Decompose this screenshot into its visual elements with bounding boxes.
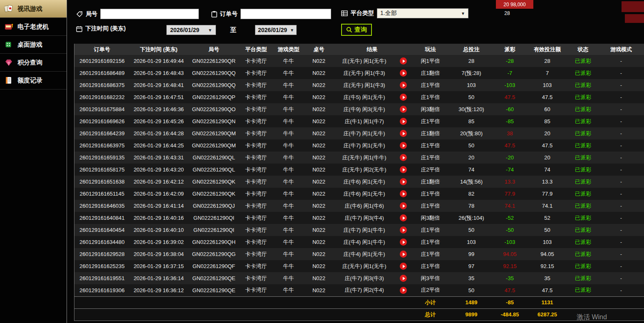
date-to-label: 至 bbox=[230, 26, 236, 34]
cell-result: 庄(牛7) 闲1(无牛) bbox=[333, 139, 396, 152]
cell-order-no: 260129161663975 bbox=[74, 139, 130, 152]
cell-round-no: GN022261290QI bbox=[188, 224, 240, 236]
cell-bet-time: 2026-01-29 16:44:25 bbox=[130, 139, 188, 152]
cell-status: 已派彩 bbox=[568, 79, 598, 91]
cell-game-type: 牛牛 bbox=[272, 115, 305, 127]
round-number-input[interactable] bbox=[100, 9, 199, 19]
cell-round-no: GN022261290QQ bbox=[188, 67, 240, 79]
cell-valid-bet: 60 bbox=[527, 103, 568, 115]
play-video-button[interactable] bbox=[400, 106, 407, 113]
play-video-button[interactable] bbox=[400, 70, 407, 77]
cell-play-type: 庄1平倍 bbox=[411, 152, 450, 164]
cell-payout: 38 bbox=[493, 127, 527, 139]
col-header-play-type: 玩法 bbox=[411, 44, 450, 55]
cell-result: 庄(牛6) 闲1(无牛) bbox=[333, 188, 396, 200]
cell-table-no: N022 bbox=[305, 152, 333, 164]
cell-table-no: N022 bbox=[305, 212, 333, 224]
play-video-button[interactable] bbox=[400, 82, 407, 89]
table-row: 260129161664239 2026-01-29 16:44:28 GN02… bbox=[74, 127, 644, 139]
play-video-button[interactable] bbox=[400, 263, 407, 270]
play-video-button[interactable] bbox=[400, 214, 407, 221]
cell-valid-bet: 77.9 bbox=[527, 188, 568, 200]
play-video-button[interactable] bbox=[400, 202, 407, 209]
date-from-value: 2026/01/29 bbox=[170, 27, 199, 33]
col-header-game-mode: 游戏模式 bbox=[598, 44, 644, 55]
cell-total-bet: 74 bbox=[450, 164, 493, 176]
play-video-button[interactable] bbox=[400, 190, 407, 197]
magnifier-icon bbox=[346, 27, 352, 33]
date-to-picker[interactable]: 2026/01/29 ▼ bbox=[255, 25, 297, 35]
play-video-button[interactable] bbox=[400, 166, 407, 173]
play-icon bbox=[403, 241, 405, 244]
sidebar-item-table-games[interactable]: 桌面游戏 bbox=[0, 36, 67, 54]
cell-table-no: N022 bbox=[305, 164, 333, 176]
cell-play bbox=[396, 260, 411, 272]
subtotal-blank bbox=[74, 296, 411, 308]
cell-bet-time: 2026-01-29 16:42:12 bbox=[130, 176, 188, 188]
cell-status: 已派彩 bbox=[568, 260, 598, 272]
play-video-button[interactable] bbox=[400, 130, 407, 137]
cell-result: 庄(牛1) 闲1(牛7) bbox=[333, 115, 396, 127]
cell-bet-time: 2026-01-29 16:37:15 bbox=[130, 260, 188, 272]
order-number-input[interactable] bbox=[240, 9, 331, 19]
cell-game-mode: - bbox=[598, 103, 644, 115]
sidebar-item-video-games[interactable]: 视讯游戏 bbox=[0, 0, 67, 18]
table-row: 260129161619306 2026-01-29 16:36:12 GN02… bbox=[74, 284, 644, 296]
cell-game-mode: - bbox=[598, 91, 644, 103]
sidebar-item-slot-machines[interactable]: 电子老虎机 bbox=[0, 18, 67, 36]
table-row: 260129161669626 2026-01-29 16:45:26 GN02… bbox=[74, 115, 644, 127]
play-video-button[interactable] bbox=[400, 251, 407, 258]
play-video-button[interactable] bbox=[400, 57, 407, 65]
cell-order-no: 260129161659135 bbox=[74, 152, 130, 164]
play-video-button[interactable] bbox=[400, 287, 407, 294]
play-video-button[interactable] bbox=[400, 239, 407, 246]
cell-table-no: N022 bbox=[305, 224, 333, 236]
cell-platform: 卡卡湾厅 bbox=[240, 91, 272, 103]
cell-platform: 卡卡湾厅 bbox=[240, 212, 272, 224]
sidebar-item-quota-records[interactable]: 额度记录 bbox=[0, 72, 67, 89]
cell-payout: -20 bbox=[493, 152, 527, 164]
table-row: 260129161682232 2026-01-29 16:47:51 GN02… bbox=[74, 91, 644, 103]
play-icon bbox=[403, 60, 405, 63]
cell-play bbox=[396, 103, 411, 115]
cell-bet-time: 2026-01-29 16:40:10 bbox=[130, 224, 188, 236]
play-video-button[interactable] bbox=[400, 275, 407, 282]
table-row: 260129161625235 2026-01-29 16:37:15 GN02… bbox=[74, 260, 644, 272]
cell-bet-time: 2026-01-29 16:48:43 bbox=[130, 67, 188, 79]
cell-play bbox=[396, 127, 411, 139]
records-table: 订单号 下注时间 (美东) 局号 平台类型 游戏类型 桌号 结果 玩法 总投注 … bbox=[74, 44, 644, 321]
play-video-button[interactable] bbox=[400, 94, 407, 101]
platform-type-select[interactable]: 1.全部 ▼ bbox=[377, 8, 468, 18]
date-from-picker[interactable]: 2026/01/29 ▼ bbox=[166, 25, 216, 35]
play-video-button[interactable] bbox=[400, 178, 407, 185]
cell-table-no: N022 bbox=[305, 272, 333, 284]
cell-round-no: GN022261290QQ bbox=[188, 79, 240, 91]
cell-table-no: N022 bbox=[305, 248, 333, 260]
cell-total-bet: 35 bbox=[450, 272, 493, 284]
cell-order-no: 260129161658175 bbox=[74, 164, 130, 176]
cell-result: 庄(牛6) 闲1(无牛) bbox=[333, 176, 396, 188]
cell-round-no: GN022261290QL bbox=[188, 152, 240, 164]
cell-game-type: 牛牛 bbox=[272, 260, 305, 272]
play-video-button[interactable] bbox=[400, 118, 407, 125]
query-button[interactable]: 查询 bbox=[341, 24, 372, 36]
table-row: 260129161686375 2026-01-29 16:48:41 GN02… bbox=[74, 79, 644, 91]
platform-type-value: 1.全部 bbox=[380, 10, 397, 17]
cell-order-no: 260129161640841 bbox=[74, 212, 130, 224]
play-video-button[interactable] bbox=[400, 142, 407, 149]
cell-total-bet: 50 bbox=[450, 91, 493, 103]
col-header-total-bet: 总投注 bbox=[450, 44, 493, 55]
cell-result: 庄(牛4) 闲1(无牛) bbox=[333, 248, 396, 260]
play-video-button[interactable] bbox=[400, 226, 407, 234]
cell-status: 已派彩 bbox=[568, 248, 598, 260]
cell-bet-time: 2026-01-29 16:43:31 bbox=[130, 152, 188, 164]
cell-game-mode: - bbox=[598, 272, 644, 284]
cell-game-mode: - bbox=[598, 115, 644, 127]
cell-order-no: 260129161692156 bbox=[74, 55, 130, 67]
sidebar-item-points-query[interactable]: 积分查询 bbox=[0, 54, 67, 72]
calendar-icon bbox=[76, 26, 82, 32]
play-video-button[interactable] bbox=[400, 154, 407, 161]
dice-icon bbox=[4, 40, 14, 49]
table-row: 260129161663975 2026-01-29 16:44:25 GN02… bbox=[74, 139, 644, 152]
cell-payout: -74 bbox=[493, 164, 527, 176]
